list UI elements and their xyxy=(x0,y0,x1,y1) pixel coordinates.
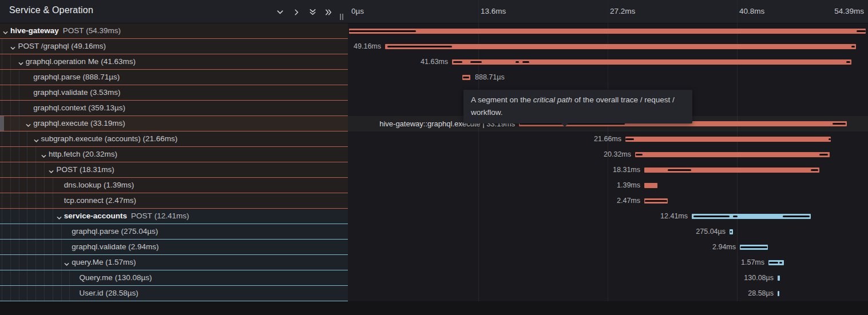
indent-guide-line xyxy=(10,54,11,69)
span-row[interactable]: subgraph.execute (accounts) 21.66ms 21.6… xyxy=(0,131,868,147)
span-duration-label: 1.39ms xyxy=(617,178,640,193)
expand-chevron-icon[interactable] xyxy=(56,213,62,220)
duration-label: 888.71µs xyxy=(83,73,120,81)
span-name-label: POST /graphql 49.16ms xyxy=(18,39,106,54)
indent-guide-line xyxy=(53,178,53,193)
indent-guide-line xyxy=(10,162,11,177)
span-duration-label: 20.32ms xyxy=(604,147,631,162)
critical-path-segment xyxy=(819,154,828,155)
indent-guide-line xyxy=(2,270,2,285)
span-name-cell[interactable]: graphql.parse 275.04µs xyxy=(0,224,348,240)
indent-guide-line xyxy=(27,224,27,239)
column-resize-grip[interactable] xyxy=(339,14,344,21)
operation-name: dns.lookup xyxy=(64,181,101,189)
indent-guide-line xyxy=(10,116,11,131)
span-name-cell[interactable]: hive-gatewayPOST 54.39ms xyxy=(0,23,348,39)
indent-guide-line xyxy=(69,270,70,285)
indent-guide-line xyxy=(35,224,36,239)
span-bar[interactable] xyxy=(349,29,866,34)
critical-path-segment xyxy=(625,138,634,140)
expand-chevron-icon[interactable] xyxy=(10,43,16,50)
critical-path-segment xyxy=(857,30,866,32)
span-row[interactable]: graphql.parse 275.04µs 275.04µs xyxy=(0,224,868,240)
span-bar[interactable] xyxy=(778,276,780,281)
operation-name: graphql.validate xyxy=(72,242,126,251)
operation-name: graphql.parse xyxy=(72,227,119,236)
span-row[interactable]: hive-gatewayPOST 54.39ms xyxy=(0,23,868,39)
expand-chevron-icon[interactable] xyxy=(25,121,31,127)
hovered-ancestor-strip xyxy=(0,116,4,131)
span-bar[interactable] xyxy=(385,44,856,49)
critical-path-segment xyxy=(730,231,732,233)
span-name-label: graphql.parse 275.04µs xyxy=(72,224,158,239)
span-row[interactable]: http.fetch 20.32ms 20.32ms xyxy=(0,147,868,162)
span-row[interactable]: graphql.validate 3.53ms 3.53ms xyxy=(0,85,868,101)
critical-path-segment xyxy=(463,77,469,78)
span-bar[interactable] xyxy=(452,59,851,65)
indent-guide-line xyxy=(61,286,62,301)
span-row[interactable]: dns.lookup 1.39ms 1.39ms xyxy=(0,178,868,193)
critical-path-segment xyxy=(851,46,855,47)
span-name-cell[interactable]: POST /graphql 49.16ms xyxy=(0,39,348,54)
indent-guide-line xyxy=(44,240,45,254)
span-name-label: hive-gatewayPOST 54.39ms xyxy=(10,23,121,38)
indent-guide-line xyxy=(19,85,19,100)
expand-chevron-icon[interactable] xyxy=(48,167,54,173)
span-row[interactable]: graphql.context 359.13µs 359.13µs xyxy=(0,101,868,116)
operation-name: http.fetch xyxy=(49,150,81,158)
span-duration-label: 130.08µs xyxy=(744,270,774,286)
span-name-cell[interactable]: Query.me 130.08µs xyxy=(0,270,348,286)
critical-path-segment xyxy=(387,46,452,47)
span-name-cell[interactable]: graphql.validate 3.53ms xyxy=(0,85,348,101)
span-name-cell[interactable]: User.id 28.58µs xyxy=(0,286,348,301)
span-name-cell[interactable]: graphql.operation Me 41.63ms xyxy=(0,54,348,70)
span-name-cell[interactable]: subgraph.execute (accounts) 21.66ms xyxy=(0,131,348,147)
indent-guide-line xyxy=(35,255,36,270)
span-name-cell[interactable]: service-accountsPOST 12.41ms xyxy=(0,209,348,224)
span-bar[interactable] xyxy=(778,291,779,296)
indent-guide-line xyxy=(10,131,11,146)
span-bar[interactable] xyxy=(635,152,830,157)
duration-label: 2.47ms xyxy=(106,196,136,205)
span-row[interactable]: User.id 28.58µs 28.58µs xyxy=(0,286,868,301)
span-row[interactable]: graphql.parse 888.71µs 888.71µs xyxy=(0,70,868,85)
span-row[interactable]: query.Me 1.57ms 1.57ms xyxy=(0,255,868,270)
indent-guide-line xyxy=(10,85,11,100)
span-name-cell[interactable]: POST 18.31ms xyxy=(0,162,348,178)
span-bar[interactable] xyxy=(625,137,831,142)
span-row[interactable]: POST /graphql 49.16ms 49.16ms xyxy=(0,39,868,54)
span-bar[interactable] xyxy=(644,183,657,188)
chevron-right-icon[interactable] xyxy=(290,6,303,18)
span-row[interactable]: service-accountsPOST 12.41ms 12.41ms xyxy=(0,209,868,224)
span-name-cell[interactable]: graphql.execute 33.19ms xyxy=(0,116,348,131)
indent-guide-line xyxy=(27,286,27,301)
span-row[interactable]: graphql.execute 33.19ms hive-gateway::gr… xyxy=(0,116,868,131)
indent-guide-line xyxy=(19,131,19,146)
expand-chevron-icon[interactable] xyxy=(41,151,47,158)
indent-guide-line xyxy=(44,286,45,301)
expand-chevron-icon[interactable] xyxy=(64,260,70,266)
span-name-cell[interactable]: graphql.context 359.13µs xyxy=(0,101,348,116)
expand-chevron-icon[interactable] xyxy=(33,136,39,142)
indent-guide-line xyxy=(27,193,27,208)
span-name-cell[interactable]: graphql.validate 2.94ms xyxy=(0,240,348,255)
expand-chevron-icon[interactable] xyxy=(18,59,24,65)
expand-chevron-icon[interactable] xyxy=(2,28,9,34)
indent-guide-line xyxy=(2,162,2,177)
span-name-cell[interactable]: query.Me 1.57ms xyxy=(0,255,348,270)
operation-name: POST xyxy=(63,26,84,35)
span-row[interactable]: graphql.operation Me 41.63ms 41.63ms xyxy=(0,54,868,70)
span-name-cell[interactable]: dns.lookup 1.39ms xyxy=(0,178,348,193)
span-name-cell[interactable]: http.fetch 20.32ms xyxy=(0,147,348,162)
span-name-cell[interactable]: tcp.connect 2.47ms xyxy=(0,193,348,209)
span-row[interactable]: Query.me 130.08µs 130.08µs xyxy=(0,270,868,286)
chevron-down-icon[interactable] xyxy=(274,6,286,18)
span-row[interactable]: graphql.validate 2.94ms 2.94ms xyxy=(0,240,868,255)
span-duration-label: 49.16ms xyxy=(354,39,381,54)
double-chevron-down-icon[interactable] xyxy=(306,6,319,18)
span-row[interactable]: tcp.connect 2.47ms 2.47ms xyxy=(0,193,868,209)
span-row[interactable]: POST 18.31ms 18.31ms xyxy=(0,162,868,178)
double-chevron-right-icon[interactable] xyxy=(322,6,335,18)
span-name-cell[interactable]: graphql.parse 888.71µs xyxy=(0,70,348,85)
span-name-label: POST 18.31ms xyxy=(56,162,114,177)
